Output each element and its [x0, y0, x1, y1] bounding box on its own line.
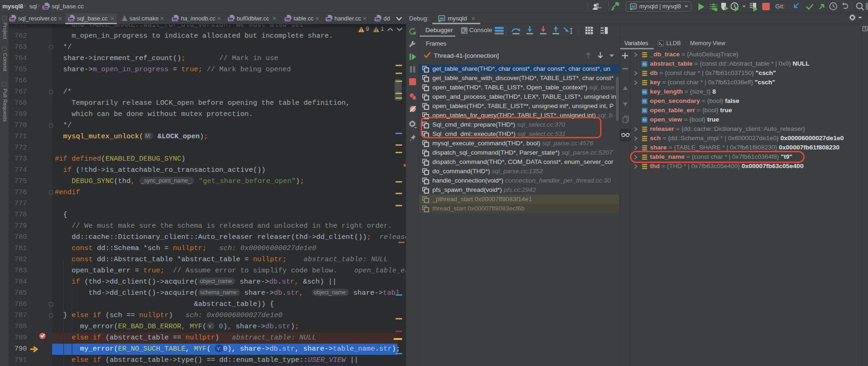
svg-text:C++: C++: [10, 18, 15, 21]
svg-text:C++: C++: [43, 6, 48, 9]
svg-text:01: 01: [643, 100, 647, 103]
svg-text:01: 01: [643, 118, 647, 122]
svg-text:C++: C++: [285, 18, 290, 21]
svg-text:C++: C++: [172, 18, 178, 21]
svg-text:C++: C++: [326, 18, 331, 21]
svg-text:01: 01: [643, 62, 647, 66]
svg-text:C++: C++: [68, 18, 74, 21]
svg-text:C++: C++: [375, 18, 380, 21]
svg-text:01: 01: [643, 90, 647, 94]
svg-text:C++: C++: [228, 18, 233, 21]
svg-text:01: 01: [643, 109, 647, 112]
